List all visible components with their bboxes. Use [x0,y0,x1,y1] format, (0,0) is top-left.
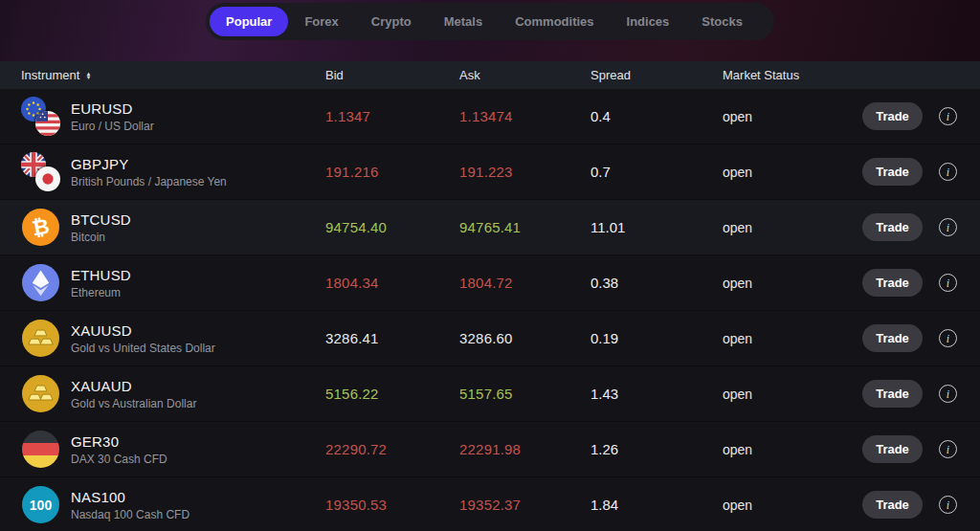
column-header-ask: Ask [459,68,590,82]
gold-bars-icon [21,374,60,413]
market-status: open [723,220,862,235]
ask-price: 22291.98 [459,441,590,457]
spread-value: 1.84 [590,497,723,513]
instrument-name: Euro / US Dollar [71,120,154,133]
bid-price: 3286.41 [325,330,459,346]
spread-value: 11.01 [590,219,723,235]
info-icon[interactable]: i [939,274,957,292]
instrument-symbol: GBPJPY [71,156,227,172]
instrument-symbol: BTCUSD [71,211,131,228]
ask-price: 5157.65 [459,386,590,402]
trade-button[interactable]: Trade [862,435,923,463]
info-icon[interactable]: i [939,385,957,403]
market-status: open [723,442,862,457]
spread-value: 1.26 [590,441,723,457]
info-icon[interactable]: i [939,496,957,514]
trade-button[interactable]: Trade [862,324,923,352]
bid-price: 19350.53 [325,497,459,513]
info-icon[interactable]: i [939,107,957,125]
trade-button[interactable]: Trade [862,269,923,297]
category-tabs: PopularForexCryptoMetalsCommoditiesIndic… [206,3,774,40]
instrument-symbol: XAUAUD [71,378,196,394]
table-row[interactable]: XAUAUD Gold vs Australian Dollar 5156.22… [0,366,980,422]
info-icon[interactable]: i [939,440,957,458]
ethereum-icon [21,263,60,302]
ask-price: 1804.72 [459,275,590,291]
table-header: Instrument ▲▼ Bid Ask Spread Market Stat… [0,61,980,89]
instrument-header-label: Instrument [21,68,79,82]
bid-price: 94754.40 [325,219,459,235]
bid-price: 191.216 [325,164,459,180]
market-status: open [723,387,862,402]
table-row[interactable]: GBPJPY British Pounds / Japanese Yen 191… [0,144,980,200]
column-header-spread: Spread [590,68,723,82]
ask-price: 3286.60 [459,330,590,346]
tab-commodities[interactable]: Commodities [499,7,610,36]
trade-button[interactable]: Trade [862,380,923,408]
instrument-symbol: NAS100 [71,489,189,505]
instrument-symbol: GER30 [71,433,167,450]
tab-stocks[interactable]: Stocks [685,7,759,36]
instrument-name: Bitcoin [71,231,131,244]
instrument-symbol: EURUSD [71,100,154,117]
instrument-symbol: ETHUSD [71,267,131,283]
svg-text:100: 100 [30,498,53,513]
tab-crypto[interactable]: Crypto [355,7,428,36]
trade-button[interactable]: Trade [862,213,923,241]
tab-metals[interactable]: Metals [428,7,499,36]
tab-popular[interactable]: Popular [210,7,288,36]
instrument-table: EURUSD Euro / US Dollar 1.1347 1.13474 0… [0,89,980,531]
ask-price: 191.223 [459,164,590,180]
spread-value: 0.7 [590,164,723,180]
sort-arrows-icon[interactable]: ▲▼ [85,72,91,79]
top-banner: PopularForexCryptoMetalsCommoditiesIndic… [0,0,980,61]
market-status: open [723,276,862,291]
trade-button[interactable]: Trade [862,158,923,186]
instrument-name: Gold vs Australian Dollar [71,397,196,410]
germany-flag-icon [21,430,60,469]
instrument-name: DAX 30 Cash CFD [71,453,167,466]
ask-price: 1.13474 [459,108,590,124]
bid-price: 5156.22 [325,386,459,402]
info-icon[interactable]: i [939,163,957,181]
bid-price: 1.1347 [325,108,459,124]
ask-price: 19352.37 [459,497,590,513]
table-row[interactable]: EURUSD Euro / US Dollar 1.1347 1.13474 0… [0,89,980,144]
instrument-name: British Pounds / Japanese Yen [71,175,227,188]
bitcoin-icon: ₿ [21,208,60,247]
table-row[interactable]: 100 NAS100 Nasdaq 100 Cash CFD 19350.53 … [0,477,980,531]
table-row[interactable]: GER30 DAX 30 Cash CFD 22290.72 22291.98 … [0,422,980,477]
bid-price: 22290.72 [325,441,459,457]
table-row[interactable]: XAUUSD Gold vs United States Dollar 3286… [0,311,980,366]
market-status: open [723,498,862,513]
column-header-bid: Bid [325,68,459,82]
trade-button[interactable]: Trade [862,102,923,130]
market-status: open [723,165,862,180]
gbp-jpy-flags-icon [21,152,60,191]
spread-value: 0.19 [590,330,723,346]
spread-value: 0.4 [590,108,723,124]
instrument-symbol: XAUUSD [71,322,215,339]
table-row[interactable]: ETHUSD Ethereum 1804.34 1804.72 0.38 ope… [0,255,980,311]
column-header-instrument[interactable]: Instrument ▲▼ [21,68,325,82]
column-header-market-status: Market Status [723,68,862,82]
eur-usd-flags-icon [21,97,60,136]
info-icon[interactable]: i [939,329,957,347]
instrument-name: Nasdaq 100 Cash CFD [71,508,189,521]
tab-indices[interactable]: Indices [611,7,686,36]
spread-value: 0.38 [590,275,723,291]
nasdaq-100-icon: 100 [21,485,60,524]
trade-button[interactable]: Trade [862,491,923,519]
market-status: open [723,109,862,124]
gold-bars-icon [21,319,60,358]
ask-price: 94765.41 [459,219,590,235]
instrument-name: Gold vs United States Dollar [71,342,215,355]
instrument-name: Ethereum [71,286,131,299]
info-icon[interactable]: i [939,218,957,236]
market-status: open [723,331,862,346]
spread-value: 1.43 [590,386,723,402]
tab-forex[interactable]: Forex [288,7,354,36]
bid-price: 1804.34 [325,275,459,291]
table-row[interactable]: ₿ BTCUSD Bitcoin 94754.40 94765.41 11.01… [0,200,980,255]
